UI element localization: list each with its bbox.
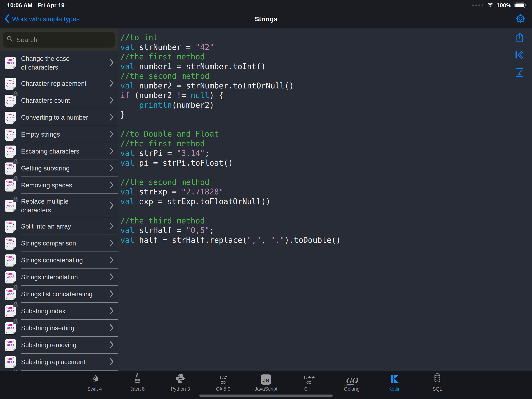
code-line: val strExp = "2.71828" — [120, 187, 532, 197]
code-line: //the second method — [120, 71, 532, 81]
language-tab-label: Kotlin — [388, 386, 401, 392]
chevron-right-icon — [110, 358, 114, 366]
lock-icon — [13, 321, 18, 324]
snippet-icon-column: func{ code } — [0, 177, 21, 194]
cellular-signal-icon — [472, 5, 483, 6]
code-line: val half = strHalf.replace(",", ".").toD… — [120, 235, 532, 245]
chevron-right-icon — [110, 256, 114, 264]
snippet-icon-column: func{ code } — [0, 109, 21, 126]
chevron-right-icon — [110, 307, 114, 315]
code-snippet-icon: func{ code } — [5, 180, 16, 192]
back-button[interactable]: Work with simple types — [4, 14, 80, 23]
code-line: //the first method — [120, 139, 532, 149]
chevron-right-icon — [110, 273, 114, 281]
list-item[interactable]: func{ code } Empty strings — [0, 126, 118, 143]
collapse-diagonal-icon — [515, 75, 524, 78]
list-item[interactable]: func{ code } Substring inserting — [0, 320, 118, 337]
chevron-right-icon — [110, 114, 114, 121]
list-item-label: Strings list concatenating — [21, 290, 108, 298]
code-line: if (number2 != null) { — [120, 90, 532, 100]
list-item[interactable]: func{ code } Substring replacement — [0, 354, 118, 371]
list-item-label: Substring removing — [21, 341, 108, 349]
code-snippet-icon: func{ code } — [5, 271, 16, 283]
list-item[interactable]: func{ code } Getting substring — [0, 160, 118, 177]
list-item[interactable]: func{ code } Substring index — [0, 303, 118, 320]
chevron-right-icon — [110, 97, 114, 104]
share-icon — [515, 40, 524, 44]
language-tab-sql[interactable]: SQL — [416, 372, 459, 392]
skip-to-start-button[interactable] — [515, 51, 524, 60]
snippet-icon-column: func{ code } — [0, 160, 21, 177]
chevron-right-icon — [110, 148, 114, 155]
gear-icon — [515, 22, 526, 25]
chevron-right-icon — [110, 202, 114, 210]
list-item[interactable]: func{ code } Escaping characters — [0, 143, 118, 160]
list-item[interactable]: func{ code } Strings interpolation — [0, 269, 118, 286]
list-item[interactable]: func{ code } Replace multiple characters — [0, 194, 118, 218]
language-tab-label: C# 5.0 — [216, 386, 230, 392]
search-section: Search — [0, 28, 118, 51]
code-line: //the third method — [120, 216, 532, 226]
top-bar: 10:06 AM Fri Apr 19 100% — [0, 0, 532, 28]
code-snippet-icon: func{ code } — [5, 146, 16, 158]
snippet-icon-column: func{ code } — [0, 252, 21, 269]
list-item[interactable]: func{ code } Strings concatenating — [0, 252, 118, 269]
chevron-right-icon — [110, 164, 114, 172]
back-label: Work with simple types — [12, 15, 80, 23]
snippet-icon-column: func{ code } — [0, 286, 21, 303]
list-item-label: Substring replacement — [21, 358, 108, 366]
list-item[interactable]: func{ code } Removing spaces — [0, 177, 118, 194]
code-line — [120, 120, 532, 129]
lock-icon — [13, 161, 18, 164]
language-tab-swift-4[interactable]: Swift 4 — [73, 372, 116, 392]
list-item[interactable]: func{ code } Split into an array — [0, 218, 118, 235]
app-screen: 10:06 AM Fri Apr 19 100% — [0, 0, 532, 399]
cpp-icon: C++∞ — [303, 375, 315, 385]
language-tab-label: JavaScript — [255, 386, 278, 392]
code-snippet-icon: func{ code } — [5, 305, 16, 317]
search-placeholder: Search — [16, 36, 37, 44]
code-line: println(number2) — [120, 100, 532, 110]
settings-button[interactable] — [515, 13, 526, 25]
code-snippet-icon: func{ code } — [5, 129, 16, 141]
lock-icon — [13, 287, 18, 290]
list-item[interactable]: func{ code } Character replacement — [0, 75, 118, 92]
chevron-right-icon — [110, 324, 114, 332]
language-tab-label: Swift 4 — [87, 386, 102, 392]
page-title: Strings — [254, 15, 277, 23]
language-tab-kotlin[interactable]: Kotlin — [373, 372, 416, 392]
code-snippet-icon: func{ code } — [5, 162, 16, 174]
list-item[interactable]: func{ code } Strings list concatenating — [0, 286, 118, 303]
language-tab-java-8[interactable]: Java 8 — [116, 372, 159, 392]
chevron-right-icon — [110, 130, 114, 138]
home-indicator[interactable] — [199, 394, 333, 397]
snippet-sidebar: Search func{ code } Change the case of c… — [0, 28, 118, 371]
search-input[interactable]: Search — [3, 32, 115, 48]
list-item[interactable]: func{ code } Substring removing — [0, 337, 118, 354]
collapse-button[interactable] — [515, 67, 524, 78]
language-tab-python-3[interactable]: Python 3 — [159, 372, 202, 392]
snippet-icon-column: func{ code } — [0, 51, 21, 75]
language-tab-c-5-0[interactable]: C#∞ C# 5.0 — [202, 372, 245, 392]
list-item-label: Characters count — [21, 96, 108, 105]
list-item[interactable]: func{ code } Change the case of characte… — [0, 51, 118, 75]
snippet-icon-column: func{ code } — [0, 303, 21, 320]
list-item[interactable]: func{ code } Converting to a number — [0, 109, 118, 126]
language-tab-golang[interactable]: GO Golang — [330, 372, 373, 392]
language-tab-javascript[interactable]: JS JavaScript — [245, 372, 287, 392]
list-item[interactable]: func{ code } Characters count — [0, 92, 118, 109]
code-snippet-icon: func{ code } — [5, 322, 16, 334]
code-snippet-icon: func{ code } — [5, 57, 16, 69]
snippet-icon-column: func{ code } — [0, 337, 21, 354]
battery-percent: 100% — [496, 2, 511, 9]
code-snippet-icon: func{ code } — [5, 288, 16, 300]
share-button[interactable] — [515, 32, 524, 44]
list-item[interactable]: func{ code } Strings comparison — [0, 235, 118, 252]
snippet-icon-column: func{ code } — [0, 75, 21, 92]
list-item-label: Removing spaces — [21, 181, 108, 190]
snippet-icon-column: func{ code } — [0, 143, 21, 160]
language-tab-c-[interactable]: C++∞ C++ — [287, 372, 330, 392]
snippet-icon-column: func{ code } — [0, 354, 21, 371]
list-item-label: Strings concatenating — [21, 256, 108, 264]
swift-icon — [89, 373, 100, 385]
